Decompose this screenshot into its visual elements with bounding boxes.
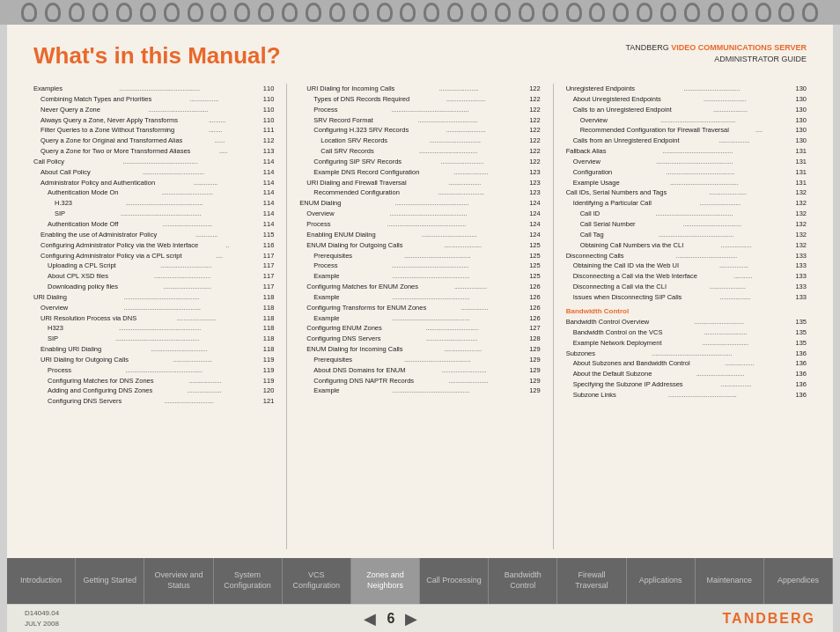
spiral-ring: [45, 3, 61, 22]
toc-dots: .....................: [710, 283, 746, 292]
toc-entry: Enabling URI Dialing....................…: [33, 344, 274, 355]
toc-dots: ............................: [696, 370, 744, 379]
toc-text: Query a Zone for Original and Transforme…: [33, 136, 182, 146]
toc-dots: ........................................…: [387, 220, 466, 230]
toc-entry: SRV Record Format.......................…: [299, 115, 540, 126]
toc-entry: H323....................................…: [33, 323, 274, 334]
toc-text: Example: [299, 271, 339, 282]
toc-entry: Example.................................…: [299, 271, 540, 282]
toc-entry: Never Query a Zone......................…: [33, 105, 274, 115]
toc-dots: ..................: [718, 136, 749, 146]
toc-text: Overview: [299, 209, 334, 219]
toc-entry: Call Tag................................…: [566, 230, 807, 240]
toc-entry: Enabling the use of Administrator Policy…: [33, 230, 274, 240]
nav-tab-appendices[interactable]: Appendices: [764, 558, 833, 604]
nav-tab-bandwidth-control[interactable]: Bandwidth Control: [489, 558, 557, 604]
doc-date: JULY 2008: [25, 619, 59, 628]
nav-tab-getting-started[interactable]: Getting Started: [76, 558, 144, 604]
toc-entry: Example DNS Record Configuration........…: [299, 167, 540, 178]
spiral-binding: [0, 0, 840, 25]
toc-num: 133: [789, 261, 807, 271]
brand-name: TANDBERG: [625, 43, 671, 52]
toc-num: 122: [523, 146, 541, 157]
toc-dots: ......................: [444, 241, 482, 251]
toc-text: Disconnecting a Call via the CLI: [566, 282, 667, 292]
toc-entry: Adding and Configuring DNS Zones........…: [33, 386, 274, 396]
toc-text: Fallback Alias: [566, 146, 607, 157]
toc-dots: ........................................…: [122, 158, 198, 167]
spiral-ring: [234, 3, 250, 22]
nav-tab-overview-and-status[interactable]: Overview and Status: [144, 558, 213, 604]
toc-entry: Disconnecting a Call via the CLI........…: [566, 282, 807, 292]
spiral-ring: [188, 3, 203, 22]
footer-pagination: ◀ 6 ▶: [364, 609, 417, 628]
toc-num: 129: [523, 376, 541, 386]
toc-entry: URI Dialing.............................…: [33, 292, 274, 303]
toc-entry: Types of DNS Records Required...........…: [299, 94, 540, 105]
toc-dots: ........................................…: [393, 272, 470, 282]
toc-num: 117: [256, 251, 274, 261]
nav-tab-call-processing[interactable]: Call Processing: [420, 558, 489, 604]
toc-text: Configuration: [566, 167, 613, 178]
nav-tab-firewall-traversal[interactable]: Firewall Traversal: [557, 558, 626, 604]
toc-entry: Disconnecting Calls.....................…: [566, 251, 807, 261]
toc-entry: Combining Match Types and Priorities....…: [33, 94, 274, 105]
toc-text: ENUM Dialing for Outgoing Calls: [299, 240, 402, 251]
toc-num: 118: [256, 334, 274, 344]
toc-text: H323: [33, 323, 63, 334]
prev-page-button[interactable]: ◀: [364, 609, 376, 628]
toc-entry: Location SRV Records....................…: [299, 136, 540, 146]
nav-tab-introduction[interactable]: Introduction: [7, 558, 76, 604]
toc-text: About CPL XSD files: [33, 271, 108, 282]
toc-text: URI Dialing for Outgoing Calls: [33, 355, 129, 365]
toc-dots: ...................................: [418, 116, 478, 126]
toc-entry: Prerequisites...........................…: [299, 251, 540, 261]
toc-text: Configuring SIP SRV Records: [299, 157, 402, 167]
toc-text: Bandwidth Control on the VCS: [566, 327, 663, 338]
toc-num: 126: [523, 292, 541, 303]
page-number: 6: [387, 611, 394, 627]
spiral-ring: [519, 3, 534, 22]
toc-dots: .......................: [177, 314, 217, 324]
toc-text: Calls to an Unregistered Endpoint: [566, 105, 672, 115]
nav-tab-system-configuration[interactable]: System Configuration: [214, 558, 283, 604]
toc-num: 124: [523, 219, 541, 230]
toc-text: About Unregistered Endpoints: [566, 94, 661, 105]
toc-num: 118: [256, 313, 274, 324]
doc-id: D14049.04: [25, 608, 59, 618]
toc-text: Configuring Matches for ENUM Zones: [299, 282, 418, 292]
nav-tab-zones-and-neighbors[interactable]: Zones and Neighbors: [351, 558, 420, 604]
toc-num: 123: [523, 178, 541, 188]
toc-dots: ........................................…: [659, 231, 734, 240]
toc-num: 116: [256, 240, 274, 251]
spiral-ring: [306, 3, 321, 22]
nav-tab-applications[interactable]: Applications: [627, 558, 696, 604]
toc-text: Call Policy: [33, 157, 64, 167]
toc-dots: .......................: [439, 85, 479, 94]
toc-text: Disconnecting a Call via the Web Interfa…: [566, 271, 697, 282]
toc-dots: ..........: [209, 116, 225, 126]
spiral-ring: [684, 3, 700, 22]
toc-text: Location SRV Records: [299, 136, 387, 146]
toc-entry: Overview................................…: [566, 115, 807, 126]
toc-entry: Identifying a Particular Call...........…: [566, 198, 807, 209]
toc-entry: Bandwidth Control: [566, 306, 807, 317]
toc-dots: ....................................: [143, 168, 204, 178]
toc-text: Configuring DNS NAPTR Records: [299, 376, 414, 386]
toc-entry: About the Default Subzone...............…: [566, 369, 807, 379]
toc-num: 113: [256, 146, 274, 157]
toc-num: 118: [256, 344, 274, 355]
next-page-button[interactable]: ▶: [405, 609, 417, 628]
nav-tab-vcs-configuration[interactable]: VCS Configuration: [283, 558, 351, 604]
toc-entry: URI Dialing for Incoming Calls..........…: [299, 84, 540, 94]
toc-num: 130: [789, 115, 807, 126]
toc-dots: ........................................: [670, 179, 739, 188]
toc-num: 110: [256, 115, 274, 126]
toc-num: 124: [523, 209, 541, 219]
toc-text: Example: [299, 292, 339, 303]
toc-dots: ....................................: [675, 252, 737, 261]
toc-entry: About DNS Domains for ENUM..............…: [299, 365, 540, 376]
nav-tab-maintenance[interactable]: Maintenance: [696, 558, 764, 604]
toc-dots: .............................: [694, 318, 743, 327]
toc-num: 132: [789, 240, 807, 251]
